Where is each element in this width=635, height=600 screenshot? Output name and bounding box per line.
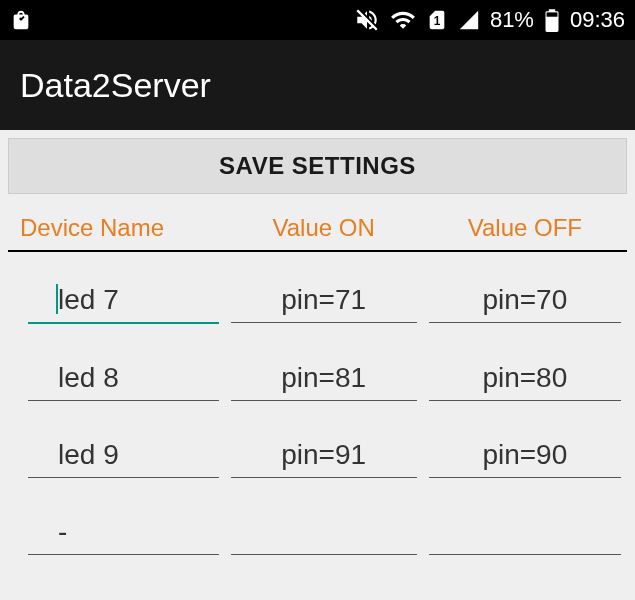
device-name-input[interactable] — [28, 360, 219, 401]
value-on-cell — [225, 360, 423, 401]
content: SAVE SETTINGS Device Name Value ON Value… — [0, 130, 635, 569]
table-row — [8, 407, 627, 484]
table-header: Device Name Value ON Value OFF — [8, 202, 627, 252]
value-on-input[interactable] — [231, 360, 417, 401]
value-off-cell — [423, 282, 627, 324]
value-on-input[interactable] — [231, 282, 417, 323]
device-name-input[interactable] — [28, 437, 219, 478]
table-body — [8, 252, 627, 561]
wifi-icon — [390, 7, 416, 33]
device-name-cell — [8, 437, 225, 478]
header-value-off: Value OFF — [423, 214, 627, 242]
value-on-cell — [225, 437, 423, 478]
value-off-input[interactable] — [429, 514, 621, 555]
header-device-name: Device Name — [8, 214, 225, 242]
text-cursor — [56, 284, 58, 314]
shopping-bag-icon — [10, 9, 32, 31]
app-title: Data2Server — [20, 66, 211, 105]
device-name-cell — [8, 282, 225, 324]
battery-icon — [544, 7, 560, 33]
save-settings-button[interactable]: SAVE SETTINGS — [8, 138, 627, 194]
signal-icon — [458, 9, 480, 31]
vibrate-icon — [354, 7, 380, 33]
value-off-cell — [423, 360, 627, 401]
svg-text:1: 1 — [434, 14, 441, 28]
value-off-input[interactable] — [429, 437, 621, 478]
svg-rect-2 — [547, 12, 558, 16]
value-off-cell — [423, 514, 627, 555]
value-on-cell — [225, 282, 423, 324]
sim-icon: 1 — [426, 9, 448, 31]
value-off-input[interactable] — [429, 360, 621, 401]
device-name-input[interactable] — [28, 514, 219, 555]
value-on-cell — [225, 514, 423, 555]
header-value-on: Value ON — [225, 214, 423, 242]
value-off-cell — [423, 437, 627, 478]
device-name-cell — [8, 514, 225, 555]
value-off-input[interactable] — [429, 282, 621, 323]
table-row — [8, 330, 627, 407]
battery-percent: 81% — [490, 7, 534, 33]
value-on-input[interactable] — [231, 437, 417, 478]
table-row — [8, 252, 627, 330]
status-bar: 1 81% 09:36 — [0, 0, 635, 40]
value-on-input[interactable] — [231, 514, 417, 555]
device-name-cell — [8, 360, 225, 401]
table-row — [8, 484, 627, 561]
app-bar: Data2Server — [0, 40, 635, 130]
clock: 09:36 — [570, 7, 625, 33]
